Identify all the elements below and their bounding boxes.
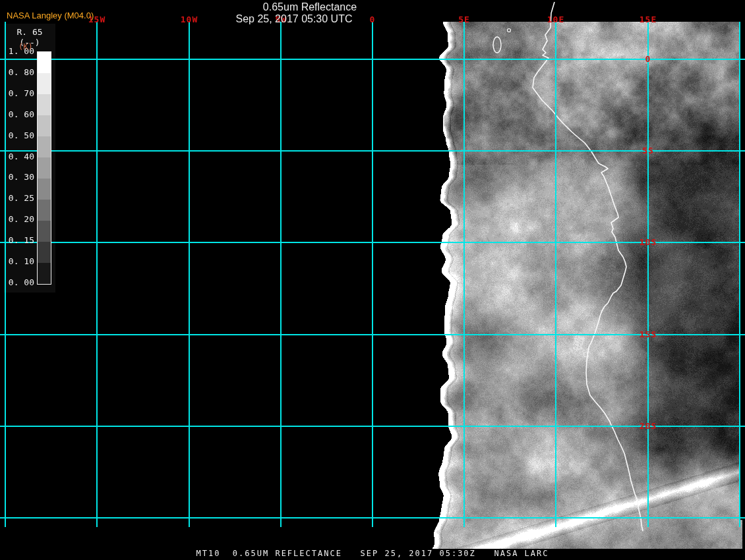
gridline-vertical xyxy=(739,22,740,527)
gridline-vertical xyxy=(647,22,649,527)
colorbar-segment xyxy=(38,115,51,136)
colorbar-tick-label: 0. 10 xyxy=(3,257,34,266)
lat-label: 5S xyxy=(631,146,665,155)
colorbar-segment xyxy=(38,200,51,221)
colorbar-tick-label: 0. 80 xyxy=(3,68,34,77)
lat-label: 10S xyxy=(631,238,665,246)
gridline-vertical xyxy=(96,22,98,527)
colorbar-tick-label: 0. 30 xyxy=(3,173,34,182)
colorbar-segment xyxy=(38,94,51,115)
gridline-horizontal xyxy=(0,517,745,518)
colorbar-tick-label: 0. 40 xyxy=(3,152,34,161)
lat-label: 15S xyxy=(631,330,665,339)
colorbar-tick-label: 0. 70 xyxy=(3,89,34,98)
gridline-vertical xyxy=(372,22,373,527)
gridline-vertical xyxy=(555,22,556,527)
colorbar-tick-label: 0. 20 xyxy=(3,215,34,224)
colorbar-segment xyxy=(38,221,51,242)
colorbar-segment xyxy=(38,73,51,94)
footer-caption: MT10 0.65UM REFLECTANCE SEP 25, 2017 05:… xyxy=(0,549,745,558)
colorbar-segment xyxy=(38,263,51,284)
colorbar-segment xyxy=(38,242,51,263)
lon-label: 15E xyxy=(632,15,665,24)
colorbar xyxy=(37,51,51,285)
colorbar-tick-label: 0. 00 xyxy=(3,278,34,287)
lat-label: 0 xyxy=(631,55,665,63)
satellite-image xyxy=(421,22,742,549)
page-title: 0.65um Reflectance xyxy=(211,1,409,13)
page-subtitle: Sep 25, 2017 05:30 UTC xyxy=(195,13,393,25)
satellite-viewer: 15W10W5W05E10E15E05S10S15S20S NASA Langl… xyxy=(0,0,745,560)
colorbar-title: R. 65 xyxy=(4,27,55,37)
colorbar-segment xyxy=(38,179,51,200)
colorbar-tick-label: 0. 15 xyxy=(3,236,34,245)
lat-label: 20S xyxy=(631,422,665,430)
source-label: NASA Langley (M04.0) xyxy=(7,11,94,20)
colorbar-tick-label: 0. 60 xyxy=(3,110,34,119)
gridline-vertical xyxy=(463,22,465,527)
lon-label: 5E xyxy=(448,15,481,24)
colorbar-tick-label: 0. 50 xyxy=(3,131,34,140)
gridline-vertical xyxy=(189,22,190,527)
colorbar-segment xyxy=(38,52,51,73)
colorbar-units-overlay: (K) xyxy=(18,42,33,51)
lon-label: 10E xyxy=(539,15,572,24)
colorbar-tick-label: 0. 25 xyxy=(3,194,34,203)
colorbar-segment xyxy=(38,136,51,157)
colorbar-segment xyxy=(38,157,51,179)
gridline-vertical xyxy=(280,22,282,527)
